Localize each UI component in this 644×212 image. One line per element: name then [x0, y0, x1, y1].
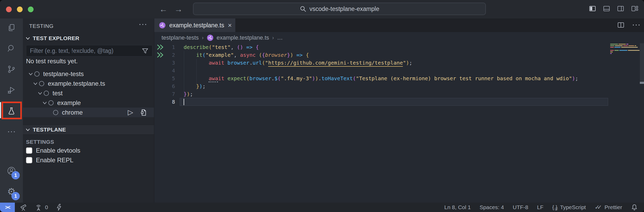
- minimap-segment: [619, 50, 627, 51]
- breadcrumb-item[interactable]: example.testplane.ts: [217, 34, 269, 41]
- minimap-segment: [619, 44, 626, 45]
- navigate-forward-button[interactable]: →: [174, 4, 183, 14]
- tree-item-test[interactable]: test: [23, 88, 154, 98]
- no-test-results-message: No test results yet.: [26, 58, 78, 65]
- tab-example-testplane-ts[interactable]: example.testplane.ts ×: [154, 18, 236, 32]
- minimap[interactable]: [610, 44, 640, 55]
- status-notifications[interactable]: [631, 204, 638, 211]
- activity-item-manage[interactable]: ⚙1: [0, 182, 23, 202]
- minimap-segment: [610, 50, 614, 51]
- tab-close-button[interactable]: ×: [228, 22, 232, 29]
- toggle-panel-button[interactable]: [603, 5, 610, 12]
- status-encoding[interactable]: UTF-8: [513, 204, 528, 210]
- code-line-7[interactable]: 7});: [154, 90, 644, 98]
- command-center-search[interactable]: vscode-testplane-example: [193, 3, 486, 15]
- test-filter-input[interactable]: Filter (e.g. text, !exclude, @tag): [26, 45, 152, 57]
- editor-more-actions-button[interactable]: [632, 24, 640, 26]
- section-testplane[interactable]: TESTPLANE: [23, 125, 154, 135]
- tree-item-example.testplane.ts[interactable]: example.testplane.ts: [23, 79, 154, 88]
- status-cursor-position[interactable]: Ln 8, Col 1: [444, 204, 471, 210]
- token: [303, 52, 306, 58]
- annotation-highlight-box: [2, 102, 22, 119]
- code-line-4[interactable]: 4: [154, 67, 644, 74]
- vertical-scrollbar[interactable]: [640, 43, 644, 83]
- code-line-6[interactable]: 6 });: [154, 82, 644, 90]
- minimap-segment: [615, 45, 623, 46]
- tree-item-chrome[interactable]: chrome▷: [23, 108, 154, 117]
- zap-icon: [56, 204, 62, 211]
- section-test-explorer[interactable]: TEST EXPLORER: [23, 34, 154, 43]
- layout-controls: [589, 5, 638, 12]
- code-line-1[interactable]: 1describe("test", () => {: [154, 43, 644, 51]
- token: }: [287, 52, 290, 58]
- activity-item-accounts[interactable]: 1: [0, 161, 23, 181]
- token: }: [196, 83, 199, 89]
- chevron-down-icon[interactable]: [32, 81, 39, 86]
- token: [184, 75, 209, 82]
- token: https://github.com/gemini-testing/testpl…: [268, 60, 403, 67]
- status-eol[interactable]: LF: [537, 204, 544, 210]
- code-line-5[interactable]: 5 await expect(browser.$(".f4.my-3")).to…: [154, 74, 644, 82]
- code-area[interactable]: 1describe("test", () => {2 it("example",…: [154, 43, 644, 106]
- close-window-button[interactable]: [6, 7, 12, 12]
- tree-item-example[interactable]: example: [23, 98, 154, 108]
- toggle-secondary-sidebar-button[interactable]: [617, 5, 624, 12]
- chevron-down-icon[interactable]: [27, 71, 34, 77]
- minimap-line: [610, 45, 640, 46]
- activity-item-explorer[interactable]: [0, 17, 23, 38]
- token: ,: [231, 44, 237, 50]
- token: "test": [212, 44, 230, 50]
- navigate-back-button[interactable]: ←: [159, 4, 168, 14]
- minimap-line: [610, 53, 640, 54]
- code-line-2[interactable]: 2 it("example", async ({browser}) => {: [154, 51, 644, 59]
- chevron-down-icon: [25, 35, 31, 41]
- customize-layout-button[interactable]: [631, 5, 638, 12]
- minimize-window-button[interactable]: [17, 7, 23, 12]
- status-feedback[interactable]: [20, 204, 27, 211]
- status-formatter[interactable]: ✓✓Prettier: [595, 204, 622, 211]
- status-ports-forwarded[interactable]: 0: [35, 204, 48, 211]
- check-double-icon: ✓✓: [595, 204, 602, 211]
- status-power[interactable]: [56, 204, 62, 211]
- workspace-name: vscode-testplane-example: [310, 5, 379, 13]
- activity-item-search[interactable]: [0, 38, 23, 59]
- test-state-icon: [39, 81, 44, 86]
- code-line-3[interactable]: 3 await browser.url("https://github.com/…: [154, 59, 644, 67]
- chevron-down-icon[interactable]: [41, 100, 48, 106]
- breadcrumb-separator: ›: [202, 35, 204, 41]
- run-test-button[interactable]: ▷: [128, 109, 133, 116]
- breadcrumb-item[interactable]: …: [277, 34, 283, 41]
- tree-item-testplane-tests[interactable]: testplane-tests: [23, 69, 154, 79]
- status-right: Ln 8, Col 1Spaces: 4UTF-8LF{ }ⓧTypeScrip…: [444, 204, 638, 211]
- token: ): [406, 60, 409, 66]
- minimap-segment: [610, 45, 614, 46]
- minimap-segment: [614, 50, 619, 51]
- toggle-primary-sidebar-button[interactable]: [589, 5, 596, 12]
- token: ): [240, 44, 243, 50]
- filter-icon[interactable]: [142, 48, 149, 54]
- activity-item-run-and-debug[interactable]: [0, 80, 23, 100]
- split-editor-button[interactable]: [617, 22, 624, 28]
- chevron-down-icon[interactable]: [36, 90, 44, 96]
- breadcrumb-item[interactable]: testplane-tests: [162, 34, 199, 41]
- testplane-logo-icon: [159, 22, 166, 29]
- run-test-glyph[interactable]: [154, 44, 166, 51]
- go-to-test-button[interactable]: [140, 109, 147, 116]
- checkbox[interactable]: [26, 147, 32, 154]
- status-left: 0: [20, 204, 62, 211]
- checkbox-label: Enable devtools: [36, 147, 80, 154]
- status-language[interactable]: { }ⓧTypeScript: [552, 204, 586, 210]
- token: .: [249, 60, 253, 66]
- sidebar-more-actions-button[interactable]: [139, 23, 147, 26]
- zoom-window-button[interactable]: [28, 7, 34, 12]
- token: ): [572, 75, 575, 82]
- vscode-window: ← → vscode-testplane-example 1⚙1 TESTING…: [0, 0, 644, 212]
- token: [224, 75, 228, 82]
- activity-item-additional-views[interactable]: [0, 122, 23, 142]
- code-line-8[interactable]: 8: [154, 98, 644, 106]
- run-test-glyph[interactable]: [154, 52, 166, 58]
- status-indentation[interactable]: Spaces: 4: [480, 204, 504, 210]
- remote-indicator[interactable]: ><: [0, 203, 15, 212]
- checkbox[interactable]: [26, 157, 32, 163]
- activity-item-source-control[interactable]: [0, 59, 23, 79]
